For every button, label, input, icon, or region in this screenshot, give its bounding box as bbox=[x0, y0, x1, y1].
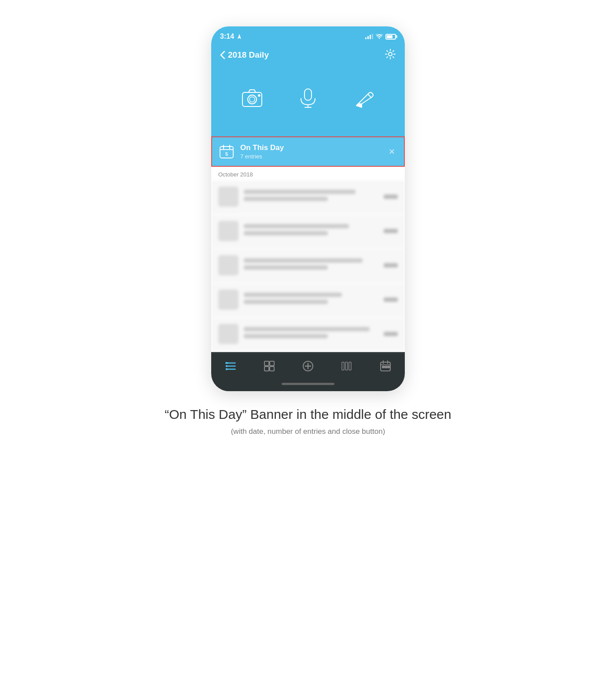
svg-text:5: 5 bbox=[225, 151, 228, 157]
list-item[interactable] bbox=[211, 180, 405, 213]
list-item[interactable] bbox=[211, 283, 405, 316]
svg-rect-23 bbox=[264, 361, 269, 366]
calendar-icon: 5 bbox=[219, 144, 234, 159]
back-button[interactable]: 2018 Daily bbox=[220, 50, 269, 60]
tab-bar bbox=[211, 352, 405, 378]
svg-rect-17 bbox=[226, 362, 227, 364]
month-label: October 2018 bbox=[211, 167, 405, 180]
time-display: 3:14 bbox=[220, 33, 234, 40]
microphone-icon bbox=[296, 86, 320, 110]
back-chevron-icon bbox=[220, 51, 225, 59]
camera-button[interactable] bbox=[240, 86, 264, 110]
banner-text: On This Day 7 entries bbox=[240, 143, 387, 160]
status-bar-left: 3:14 bbox=[220, 33, 242, 40]
svg-rect-5 bbox=[304, 89, 312, 100]
svg-rect-24 bbox=[270, 361, 274, 366]
nav-bar: 2018 Daily bbox=[211, 44, 405, 69]
home-indicator-bar bbox=[282, 383, 334, 385]
svg-rect-18 bbox=[226, 365, 227, 367]
microphone-button[interactable] bbox=[296, 86, 320, 110]
tab-timeline[interactable] bbox=[334, 358, 360, 374]
entries-list bbox=[211, 180, 405, 351]
svg-point-3 bbox=[249, 97, 255, 102]
list-item[interactable] bbox=[211, 249, 405, 282]
on-this-day-banner[interactable]: 5 On This Day 7 entries ✕ bbox=[211, 136, 405, 167]
tab-add[interactable] bbox=[295, 358, 321, 374]
svg-rect-37 bbox=[382, 366, 384, 368]
svg-rect-19 bbox=[226, 368, 227, 370]
svg-rect-31 bbox=[345, 362, 348, 370]
list-item[interactable] bbox=[211, 318, 405, 351]
status-bar: 3:14 bbox=[211, 26, 405, 44]
tab-list[interactable] bbox=[217, 358, 244, 374]
svg-rect-39 bbox=[388, 366, 389, 368]
caption-title: “On This Day” Banner in the middle of th… bbox=[165, 407, 451, 422]
action-icons-area bbox=[211, 69, 405, 136]
phone-frame: 3:14 bbox=[211, 26, 405, 391]
battery-icon bbox=[385, 34, 396, 40]
gear-icon bbox=[385, 48, 396, 60]
status-bar-right bbox=[365, 34, 396, 40]
wifi-icon bbox=[376, 34, 383, 39]
location-arrow-icon bbox=[237, 33, 242, 40]
timeline-icon bbox=[341, 360, 353, 372]
banner-subtitle: 7 entries bbox=[240, 153, 387, 160]
svg-rect-38 bbox=[385, 366, 387, 368]
svg-rect-30 bbox=[342, 362, 344, 370]
svg-point-4 bbox=[258, 95, 260, 96]
svg-rect-25 bbox=[264, 367, 269, 371]
svg-rect-26 bbox=[270, 367, 274, 371]
grid-icon bbox=[263, 360, 275, 372]
calendar-tab-icon bbox=[379, 360, 392, 372]
list-icon bbox=[224, 360, 237, 372]
compose-icon bbox=[352, 86, 376, 110]
svg-point-2 bbox=[248, 95, 257, 104]
banner-title: On This Day bbox=[240, 143, 387, 152]
header-area: 3:14 bbox=[211, 26, 405, 136]
svg-point-0 bbox=[389, 52, 392, 56]
list-item[interactable] bbox=[211, 215, 405, 248]
settings-button[interactable] bbox=[385, 48, 396, 62]
tab-calendar[interactable] bbox=[372, 358, 399, 374]
caption-subtitle: (with date, number of entries and close … bbox=[165, 427, 451, 436]
caption-area: “On This Day” Banner in the middle of th… bbox=[138, 407, 477, 436]
compose-button[interactable] bbox=[352, 86, 376, 110]
banner-close-button[interactable]: ✕ bbox=[387, 146, 397, 158]
signal-icon bbox=[365, 34, 373, 39]
svg-rect-32 bbox=[349, 362, 351, 370]
nav-title: 2018 Daily bbox=[228, 50, 269, 60]
tab-grid[interactable] bbox=[256, 358, 282, 374]
add-icon bbox=[302, 360, 314, 372]
home-indicator bbox=[211, 378, 405, 391]
camera-icon bbox=[240, 86, 264, 110]
page-wrapper: 3:14 bbox=[0, 0, 616, 454]
